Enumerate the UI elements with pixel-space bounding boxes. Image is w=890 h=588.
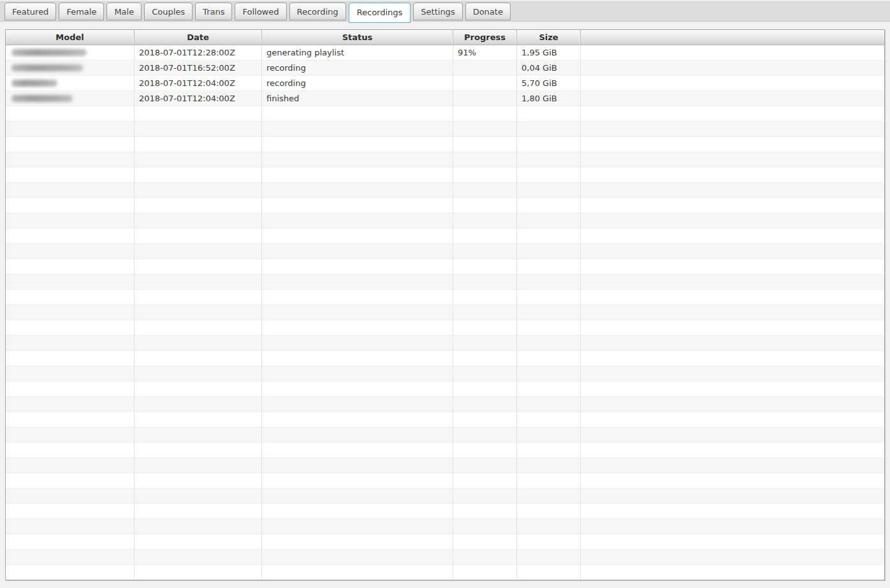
empty-table-row xyxy=(6,275,884,290)
cell-empty xyxy=(581,122,884,136)
cell-status xyxy=(262,504,453,519)
cell-status xyxy=(262,489,453,503)
cell-date xyxy=(135,397,262,412)
cell-status: recording xyxy=(262,61,453,75)
cell-model xyxy=(6,412,135,427)
cell-size xyxy=(517,336,581,350)
tab-recording[interactable]: Recording xyxy=(289,3,346,20)
cell-progress xyxy=(453,473,517,488)
tab-female[interactable]: Female xyxy=(59,3,104,20)
tab-trans[interactable]: Trans xyxy=(195,3,232,20)
table-row[interactable]: 2018-07-01T12:28:00Zgenerating playlist9… xyxy=(6,45,884,61)
column-header-model[interactable]: Model xyxy=(6,30,135,45)
cell-status xyxy=(262,565,453,580)
table-row[interactable]: 2018-07-01T12:04:00Zfinished1,80 GiB xyxy=(6,91,884,106)
cell-empty xyxy=(581,168,884,182)
cell-status xyxy=(262,106,453,121)
cell-size xyxy=(517,168,581,182)
cell-date xyxy=(135,152,262,167)
tab-male[interactable]: Male xyxy=(106,3,142,20)
cell-size xyxy=(517,106,581,121)
cell-empty xyxy=(581,76,884,90)
empty-table-row xyxy=(6,168,884,183)
cell-model xyxy=(6,489,135,503)
cell-status xyxy=(262,152,453,167)
cell-date xyxy=(135,290,262,305)
tab-settings[interactable]: Settings xyxy=(413,3,462,20)
cell-model xyxy=(6,305,135,320)
cell-size xyxy=(517,259,581,274)
cell-date xyxy=(135,504,262,519)
cell-empty xyxy=(581,290,884,305)
tab-featured[interactable]: Featured xyxy=(4,3,56,20)
cell-date xyxy=(135,213,262,228)
cell-status xyxy=(262,122,453,136)
cell-size xyxy=(517,382,581,396)
recordings-page: Model Date Status Progress Size 2018-07-… xyxy=(0,22,890,588)
empty-table-row xyxy=(6,183,884,198)
column-header-status[interactable]: Status xyxy=(262,30,453,45)
empty-table-row xyxy=(6,290,884,305)
cell-progress xyxy=(453,397,517,412)
tab-recordings[interactable]: Recordings xyxy=(349,3,411,23)
column-header-progress[interactable]: Progress xyxy=(453,30,517,45)
cell-size xyxy=(517,244,581,259)
tab-couples[interactable]: Couples xyxy=(144,3,193,20)
tab-followed[interactable]: Followed xyxy=(235,3,286,20)
cell-model xyxy=(6,229,135,243)
cell-date xyxy=(135,534,262,549)
cell-status xyxy=(262,213,453,228)
table-row[interactable]: 2018-07-01T16:52:00Zrecording0,04 GiB xyxy=(6,61,884,76)
cell-date xyxy=(135,427,262,442)
empty-table-row xyxy=(6,565,884,580)
cell-model xyxy=(6,320,135,335)
cell-progress xyxy=(453,320,517,335)
cell-empty xyxy=(581,61,884,75)
cell-status xyxy=(262,275,453,289)
cell-empty xyxy=(581,382,884,396)
cell-date xyxy=(135,320,262,335)
cell-status xyxy=(262,397,453,412)
cell-date xyxy=(135,229,262,243)
cell-empty xyxy=(581,305,884,320)
cell-model xyxy=(6,427,135,442)
cell-status xyxy=(262,534,453,549)
cell-date xyxy=(135,351,262,366)
cell-model xyxy=(6,183,135,197)
cell-date xyxy=(135,137,262,152)
cell-empty xyxy=(581,565,884,580)
cell-progress xyxy=(453,137,517,152)
cell-size xyxy=(517,504,581,519)
cell-date xyxy=(135,565,262,580)
cell-progress xyxy=(453,106,517,121)
cell-status xyxy=(262,259,453,274)
cell-model xyxy=(6,565,135,580)
cell-empty xyxy=(581,397,884,412)
cell-progress xyxy=(453,489,517,503)
empty-table-row xyxy=(6,351,884,366)
column-header-empty xyxy=(581,30,884,45)
column-header-date[interactable]: Date xyxy=(135,30,262,45)
cell-size xyxy=(517,519,581,534)
cell-progress xyxy=(453,534,517,549)
tab-donate[interactable]: Donate xyxy=(465,3,511,20)
cell-progress xyxy=(453,458,517,473)
cell-size xyxy=(517,366,581,381)
cell-date: 2018-07-01T12:28:00Z xyxy=(135,45,262,60)
cell-size xyxy=(517,351,581,366)
cell-size xyxy=(517,534,581,549)
column-header-size[interactable]: Size xyxy=(517,30,581,45)
cell-progress xyxy=(453,382,517,396)
cell-size xyxy=(517,229,581,243)
cell-size xyxy=(517,489,581,503)
cell-progress xyxy=(453,412,517,427)
cell-empty xyxy=(581,550,884,564)
table-row[interactable]: 2018-07-01T12:04:00Zrecording5,70 GiB xyxy=(6,76,884,91)
cell-progress xyxy=(453,76,517,90)
redacted-model-name xyxy=(11,64,83,71)
cell-date xyxy=(135,275,262,289)
cell-progress xyxy=(453,427,517,442)
cell-empty xyxy=(581,198,884,213)
cell-empty xyxy=(581,320,884,335)
cell-model xyxy=(6,550,135,564)
